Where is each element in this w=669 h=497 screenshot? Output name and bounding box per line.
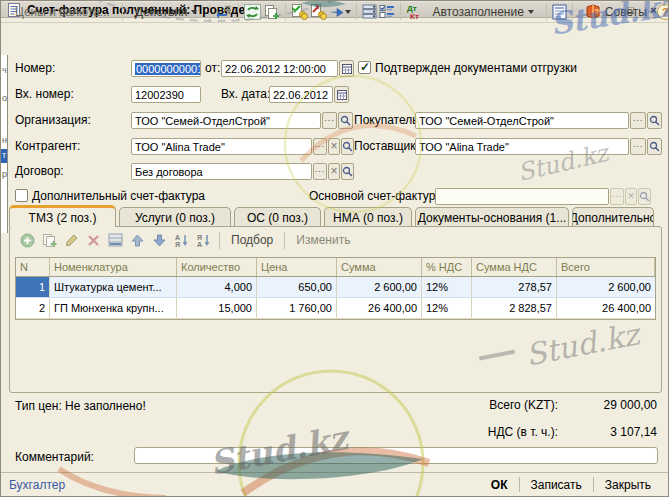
move-up-button[interactable] <box>128 231 147 249</box>
svg-text:Я: Я <box>197 234 202 241</box>
organization-input[interactable] <box>131 112 321 129</box>
actions-menu-button[interactable]: Действия <box>128 2 205 22</box>
dropdown-arrow-icon <box>191 10 197 14</box>
tab-os[interactable]: ОС (0 поз.) <box>234 207 321 227</box>
table-row[interactable]: 2 ГП Мюнхенка крупн... 15,000 1 760,00 2… <box>16 298 655 319</box>
refresh-button[interactable] <box>244 2 261 22</box>
toolbar-separator <box>122 3 123 20</box>
post-document-button[interactable] <box>215 2 233 22</box>
col-header-price[interactable]: Цена <box>257 258 337 276</box>
magnifier-icon <box>649 141 660 152</box>
ok-button[interactable]: ОК <box>482 476 517 494</box>
organization-more-button[interactable] <box>322 112 337 129</box>
check-rows-button[interactable] <box>379 2 395 22</box>
date-input[interactable] <box>221 60 338 77</box>
copy-document-button[interactable] <box>263 2 280 22</box>
buyer-input[interactable] <box>415 112 629 129</box>
number-input[interactable]: 00000000001 <box>131 60 201 77</box>
main-invoice-input[interactable] <box>435 188 609 205</box>
cell-nomenclature[interactable]: ГП Мюнхенка крупн... <box>50 298 177 318</box>
cell-sum[interactable]: 26 400,00 <box>337 298 422 318</box>
cell-vat-sum[interactable]: 278,57 <box>472 277 557 297</box>
cell-price[interactable]: 650,00 <box>257 277 337 297</box>
contractor-lookup-button[interactable] <box>341 138 354 155</box>
main-invoice-clear-button[interactable] <box>625 188 637 205</box>
contractor-more-button[interactable] <box>313 138 327 155</box>
enter-on-basis-in-button[interactable] <box>291 2 308 22</box>
cell-total[interactable]: 26 400,00 <box>557 298 655 318</box>
col-header-vat-percent[interactable]: % НДС <box>422 258 472 276</box>
close-form-button[interactable]: Закрыть <box>596 476 660 494</box>
contract-input[interactable] <box>131 163 312 180</box>
help-icon: ? <box>656 3 669 21</box>
contract-clear-button[interactable] <box>328 163 340 180</box>
change-button[interactable]: Изменить <box>291 232 355 248</box>
document-coins-in-icon <box>291 4 308 20</box>
cell-quantity[interactable]: 15,000 <box>177 298 257 318</box>
col-header-vat-sum[interactable]: Сумма НДС <box>472 258 557 276</box>
tips-button[interactable]: ? Советы <box>578 1 654 22</box>
buyer-lookup-button[interactable] <box>647 112 662 129</box>
in-date-input[interactable] <box>269 86 333 103</box>
tab-tmz[interactable]: ТМЗ (2 поз.) <box>9 205 116 227</box>
autofill-button[interactable]: Автозаполнение <box>425 2 540 22</box>
cell-n[interactable]: 2 <box>16 298 50 318</box>
table-row[interactable]: 1 Штукатурка цемент... 4,000 650,00 2 60… <box>16 277 655 298</box>
buyer-more-button[interactable] <box>630 112 646 129</box>
col-header-n[interactable]: N <box>16 258 50 276</box>
dt-kt-button[interactable]: Дт Кт <box>406 2 423 22</box>
supplier-input[interactable] <box>415 138 629 155</box>
help-button[interactable]: ? <box>656 2 669 22</box>
cell-quantity[interactable]: 4,000 <box>177 277 257 297</box>
organization-lookup-button[interactable] <box>338 112 353 129</box>
contractor-clear-button[interactable] <box>328 138 340 155</box>
edit-row-button[interactable] <box>62 231 81 249</box>
sliver-letter: р <box>2 169 7 179</box>
save-button[interactable]: Записать <box>522 476 591 494</box>
pick-button[interactable]: Подбор <box>226 232 278 248</box>
contract-lookup-button[interactable] <box>341 163 354 180</box>
cell-vat-percent[interactable]: 12% <box>422 277 472 297</box>
delete-row-button[interactable] <box>84 231 103 249</box>
col-header-nomenclature[interactable]: Номенклатура <box>50 258 177 276</box>
supplier-lookup-button[interactable] <box>647 138 662 155</box>
go-arrow-icon <box>329 5 345 19</box>
cell-price[interactable]: 1 760,00 <box>257 298 337 318</box>
go-to-button[interactable] <box>329 2 351 22</box>
prices-currency-button[interactable]: Цены и валюта... <box>8 2 117 22</box>
contractor-input[interactable] <box>131 138 312 155</box>
sort-asc-button[interactable]: А Я <box>172 231 191 249</box>
tab-services[interactable]: Услуги (0 поз.) <box>119 207 231 227</box>
additional-invoice-checkbox[interactable] <box>15 189 28 202</box>
move-down-button[interactable] <box>150 231 169 249</box>
move-end-button[interactable] <box>106 231 125 249</box>
cell-nomenclature[interactable]: Штукатурка цемент... <box>50 277 177 297</box>
in-date-calendar-button[interactable] <box>334 86 349 103</box>
cell-vat-sum[interactable]: 2 828,57 <box>472 298 557 318</box>
add-row-button[interactable] <box>18 231 37 249</box>
confirmed-checkbox[interactable] <box>358 61 371 74</box>
cell-vat-percent[interactable]: 12% <box>422 298 472 318</box>
col-header-quantity[interactable]: Количество <box>177 258 257 276</box>
cell-n[interactable]: 1 <box>16 277 50 297</box>
sort-desc-button[interactable]: Я А <box>194 231 213 249</box>
copy-row-button[interactable] <box>40 231 59 249</box>
supplier-more-button[interactable] <box>630 138 646 155</box>
toolbar-separator <box>284 232 285 249</box>
in-number-input[interactable] <box>131 86 201 103</box>
col-header-total[interactable]: Всего <box>557 258 655 276</box>
tab-additional[interactable]: Дополнительно <box>572 207 654 227</box>
contract-more-button[interactable] <box>313 163 327 180</box>
enter-on-basis-out-button[interactable] <box>310 2 327 22</box>
main-invoice-more-button[interactable] <box>610 188 624 205</box>
date-calendar-button[interactable] <box>339 60 354 77</box>
tab-basis-documents[interactable]: Документы-основания (1... <box>415 207 569 227</box>
cell-total[interactable]: 2 600,00 <box>557 277 655 297</box>
tab-nma[interactable]: НМА (0 поз.) <box>324 207 412 227</box>
cell-sum[interactable]: 2 600,00 <box>337 277 422 297</box>
list-rows-button[interactable] <box>362 2 377 22</box>
comment-input[interactable] <box>134 447 658 464</box>
col-header-sum[interactable]: Сумма <box>337 258 422 276</box>
main-invoice-lookup-button[interactable] <box>638 188 651 205</box>
structure-button[interactable] <box>552 2 567 22</box>
